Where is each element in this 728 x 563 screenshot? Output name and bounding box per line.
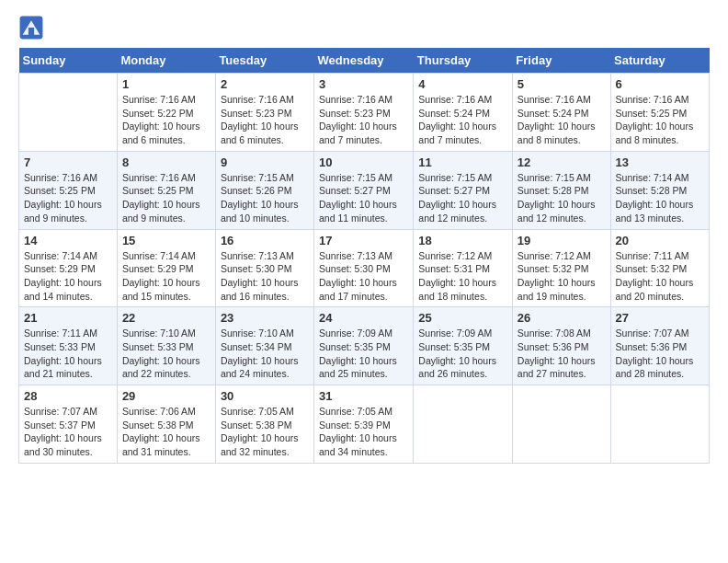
day-info: Sunrise: 7:14 AM Sunset: 5:29 PM Dayligh… [122,249,210,304]
calendar-table: SundayMondayTuesdayWednesdayThursdayFrid… [18,48,710,464]
header-thursday: Thursday [414,48,513,74]
calendar-cell: 27Sunrise: 7:07 AM Sunset: 5:36 PM Dayli… [610,307,709,385]
day-number: 12 [518,155,606,169]
calendar-cell: 21Sunrise: 7:11 AM Sunset: 5:33 PM Dayli… [19,307,118,385]
day-info: Sunrise: 7:15 AM Sunset: 5:26 PM Dayligh… [221,171,309,225]
calendar-cell: 2Sunrise: 7:16 AM Sunset: 5:23 PM Daylig… [215,74,313,152]
day-number: 24 [319,311,408,325]
day-number: 27 [616,311,704,325]
header-monday: Monday [117,48,215,74]
calendar-cell [19,74,118,152]
day-info: Sunrise: 7:09 AM Sunset: 5:35 PM Dayligh… [418,327,507,381]
header-friday: Friday [512,48,610,74]
day-number: 26 [518,311,606,325]
day-info: Sunrise: 7:15 AM Sunset: 5:28 PM Dayligh… [518,171,606,225]
logo [18,15,48,40]
day-number: 15 [122,234,210,247]
day-number: 11 [418,155,507,169]
calendar-cell: 6Sunrise: 7:16 AM Sunset: 5:25 PM Daylig… [610,74,709,152]
calendar-cell: 19Sunrise: 7:12 AM Sunset: 5:32 PM Dayli… [512,229,610,307]
calendar-week-row: 14Sunrise: 7:14 AM Sunset: 5:29 PM Dayli… [19,229,710,307]
calendar-cell: 23Sunrise: 7:10 AM Sunset: 5:34 PM Dayli… [215,307,313,385]
calendar-cell: 7Sunrise: 7:16 AM Sunset: 5:25 PM Daylig… [19,151,118,229]
calendar-cell: 24Sunrise: 7:09 AM Sunset: 5:35 PM Dayli… [314,307,414,385]
calendar-week-row: 28Sunrise: 7:07 AM Sunset: 5:37 PM Dayli… [19,385,710,464]
calendar-cell: 4Sunrise: 7:16 AM Sunset: 5:24 PM Daylig… [414,74,513,152]
day-number: 1 [122,77,210,91]
day-info: Sunrise: 7:13 AM Sunset: 5:30 PM Dayligh… [319,249,408,304]
day-info: Sunrise: 7:16 AM Sunset: 5:25 PM Dayligh… [24,171,112,225]
svg-rect-2 [28,28,34,36]
day-number: 17 [319,234,408,247]
day-info: Sunrise: 7:14 AM Sunset: 5:28 PM Dayligh… [616,171,704,225]
day-info: Sunrise: 7:16 AM Sunset: 5:24 PM Dayligh… [518,93,606,147]
day-number: 20 [616,234,704,247]
day-number: 31 [319,389,408,403]
calendar-cell: 3Sunrise: 7:16 AM Sunset: 5:23 PM Daylig… [314,74,414,152]
calendar-header-row: SundayMondayTuesdayWednesdayThursdayFrid… [19,48,710,74]
day-info: Sunrise: 7:06 AM Sunset: 5:38 PM Dayligh… [122,405,210,459]
day-info: Sunrise: 7:16 AM Sunset: 5:25 PM Dayligh… [122,171,210,225]
day-number: 2 [221,77,309,91]
calendar-cell: 30Sunrise: 7:05 AM Sunset: 5:38 PM Dayli… [215,385,313,464]
day-info: Sunrise: 7:16 AM Sunset: 5:25 PM Dayligh… [616,93,704,147]
calendar-week-row: 1Sunrise: 7:16 AM Sunset: 5:22 PM Daylig… [19,74,710,152]
day-number: 14 [24,234,112,247]
calendar-cell: 29Sunrise: 7:06 AM Sunset: 5:38 PM Dayli… [117,385,215,464]
calendar-cell: 12Sunrise: 7:15 AM Sunset: 5:28 PM Dayli… [512,151,610,229]
day-info: Sunrise: 7:16 AM Sunset: 5:24 PM Dayligh… [418,93,507,147]
day-info: Sunrise: 7:16 AM Sunset: 5:23 PM Dayligh… [319,93,408,147]
day-info: Sunrise: 7:07 AM Sunset: 5:36 PM Dayligh… [616,327,704,381]
calendar-cell: 15Sunrise: 7:14 AM Sunset: 5:29 PM Dayli… [117,229,215,307]
day-number: 9 [221,155,309,169]
calendar-cell [610,385,709,464]
calendar-cell [414,385,513,464]
day-info: Sunrise: 7:15 AM Sunset: 5:27 PM Dayligh… [418,171,507,225]
day-number: 8 [122,155,210,169]
day-info: Sunrise: 7:05 AM Sunset: 5:39 PM Dayligh… [319,405,408,459]
calendar-cell: 28Sunrise: 7:07 AM Sunset: 5:37 PM Dayli… [19,385,118,464]
day-number: 19 [518,234,606,247]
day-info: Sunrise: 7:10 AM Sunset: 5:33 PM Dayligh… [122,327,210,381]
calendar-cell: 14Sunrise: 7:14 AM Sunset: 5:29 PM Dayli… [19,229,118,307]
calendar-cell: 1Sunrise: 7:16 AM Sunset: 5:22 PM Daylig… [117,74,215,152]
day-number: 16 [221,234,309,247]
day-info: Sunrise: 7:14 AM Sunset: 5:29 PM Dayligh… [24,249,112,304]
header-tuesday: Tuesday [215,48,313,74]
day-info: Sunrise: 7:15 AM Sunset: 5:27 PM Dayligh… [319,171,408,225]
day-info: Sunrise: 7:12 AM Sunset: 5:32 PM Dayligh… [518,249,606,304]
day-number: 3 [319,77,408,91]
day-number: 4 [418,77,507,91]
calendar-cell: 20Sunrise: 7:11 AM Sunset: 5:32 PM Dayli… [610,229,709,307]
day-info: Sunrise: 7:16 AM Sunset: 5:23 PM Dayligh… [221,93,309,147]
day-number: 23 [221,311,309,325]
day-number: 7 [24,155,112,169]
calendar-cell: 18Sunrise: 7:12 AM Sunset: 5:31 PM Dayli… [414,229,513,307]
day-info: Sunrise: 7:07 AM Sunset: 5:37 PM Dayligh… [24,405,112,459]
page-header [18,15,710,40]
day-number: 25 [418,311,507,325]
logo-icon [18,15,44,40]
header-sunday: Sunday [19,48,118,74]
day-info: Sunrise: 7:11 AM Sunset: 5:33 PM Dayligh… [24,327,112,381]
day-number: 10 [319,155,408,169]
day-info: Sunrise: 7:11 AM Sunset: 5:32 PM Dayligh… [616,249,704,304]
day-number: 21 [24,311,112,325]
day-info: Sunrise: 7:09 AM Sunset: 5:35 PM Dayligh… [319,327,408,381]
calendar-cell: 9Sunrise: 7:15 AM Sunset: 5:26 PM Daylig… [215,151,313,229]
day-info: Sunrise: 7:16 AM Sunset: 5:22 PM Dayligh… [122,93,210,147]
day-number: 22 [122,311,210,325]
day-info: Sunrise: 7:08 AM Sunset: 5:36 PM Dayligh… [518,327,606,381]
header-wednesday: Wednesday [314,48,414,74]
day-info: Sunrise: 7:13 AM Sunset: 5:30 PM Dayligh… [221,249,309,304]
calendar-cell: 13Sunrise: 7:14 AM Sunset: 5:28 PM Dayli… [610,151,709,229]
day-info: Sunrise: 7:12 AM Sunset: 5:31 PM Dayligh… [418,249,507,304]
calendar-cell: 31Sunrise: 7:05 AM Sunset: 5:39 PM Dayli… [314,385,414,464]
day-number: 5 [518,77,606,91]
header-saturday: Saturday [610,48,709,74]
calendar-cell: 17Sunrise: 7:13 AM Sunset: 5:30 PM Dayli… [314,229,414,307]
day-number: 30 [221,389,309,403]
calendar-cell: 25Sunrise: 7:09 AM Sunset: 5:35 PM Dayli… [414,307,513,385]
calendar-week-row: 21Sunrise: 7:11 AM Sunset: 5:33 PM Dayli… [19,307,710,385]
calendar-cell: 10Sunrise: 7:15 AM Sunset: 5:27 PM Dayli… [314,151,414,229]
